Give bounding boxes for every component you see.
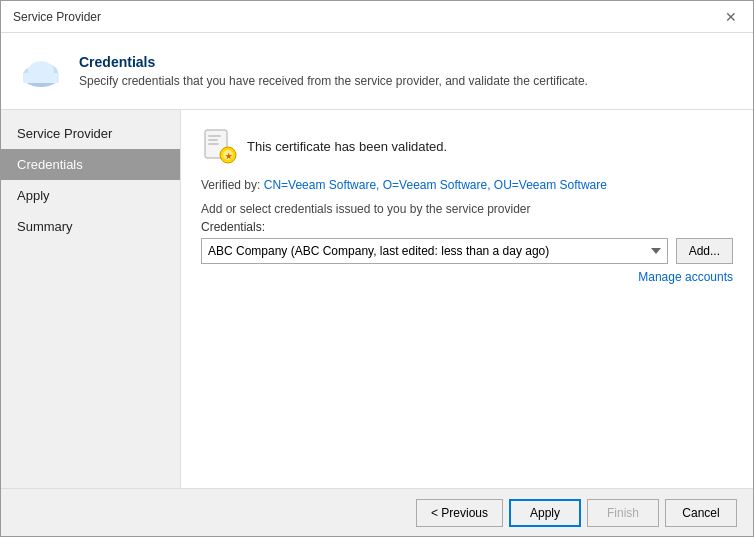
add-credentials-button[interactable]: Add... — [676, 238, 733, 264]
cert-status-text: This certificate has been validated. — [247, 139, 447, 154]
svg-text:★: ★ — [225, 152, 233, 161]
sidebar-item-credentials[interactable]: Credentials — [1, 149, 180, 180]
dialog: Service Provider ✕ Credentials Specify c… — [0, 0, 754, 537]
sidebar: Service Provider Credentials Apply Summa… — [1, 110, 181, 488]
svg-rect-8 — [208, 143, 219, 145]
section-title: Credentials — [79, 54, 588, 70]
cloud-icon — [17, 47, 65, 95]
dialog-title: Service Provider — [13, 10, 101, 24]
footer: < Previous Apply Finish Cancel — [1, 488, 753, 536]
header-text: Credentials Specify credentials that you… — [79, 54, 588, 88]
verified-by-label: Verified by: — [201, 178, 260, 192]
sidebar-item-summary[interactable]: Summary — [1, 211, 180, 242]
sidebar-item-apply[interactable]: Apply — [1, 180, 180, 211]
main-content: ★ This certificate has been validated. V… — [181, 110, 753, 488]
body-area: Service Provider Credentials Apply Summa… — [1, 110, 753, 488]
credentials-row: ABC Company (ABC Company, last edited: l… — [201, 238, 733, 264]
title-bar: Service Provider ✕ — [1, 1, 753, 33]
verified-by-area: Verified by: CN=Veeam Software, O=Veeam … — [201, 178, 733, 192]
add-cred-text: Add or select credentials issued to you … — [201, 202, 733, 216]
svg-rect-6 — [208, 135, 221, 137]
manage-accounts-link[interactable]: Manage accounts — [201, 270, 733, 284]
cert-status-area: ★ This certificate has been validated. — [201, 128, 733, 164]
previous-button[interactable]: < Previous — [416, 499, 503, 527]
sidebar-item-service-provider[interactable]: Service Provider — [1, 118, 180, 149]
credentials-label: Credentials: — [201, 220, 733, 234]
svg-rect-7 — [208, 139, 218, 141]
apply-button[interactable]: Apply — [509, 499, 581, 527]
cancel-button[interactable]: Cancel — [665, 499, 737, 527]
close-button[interactable]: ✕ — [721, 7, 741, 27]
finish-button[interactable]: Finish — [587, 499, 659, 527]
section-description: Specify credentials that you have receiv… — [79, 74, 588, 88]
credentials-select[interactable]: ABC Company (ABC Company, last edited: l… — [201, 238, 668, 264]
header-area: Credentials Specify credentials that you… — [1, 33, 753, 110]
svg-rect-4 — [23, 73, 59, 83]
certificate-icon: ★ — [201, 128, 237, 164]
verified-by-value: CN=Veeam Software, O=Veeam Software, OU=… — [264, 178, 607, 192]
